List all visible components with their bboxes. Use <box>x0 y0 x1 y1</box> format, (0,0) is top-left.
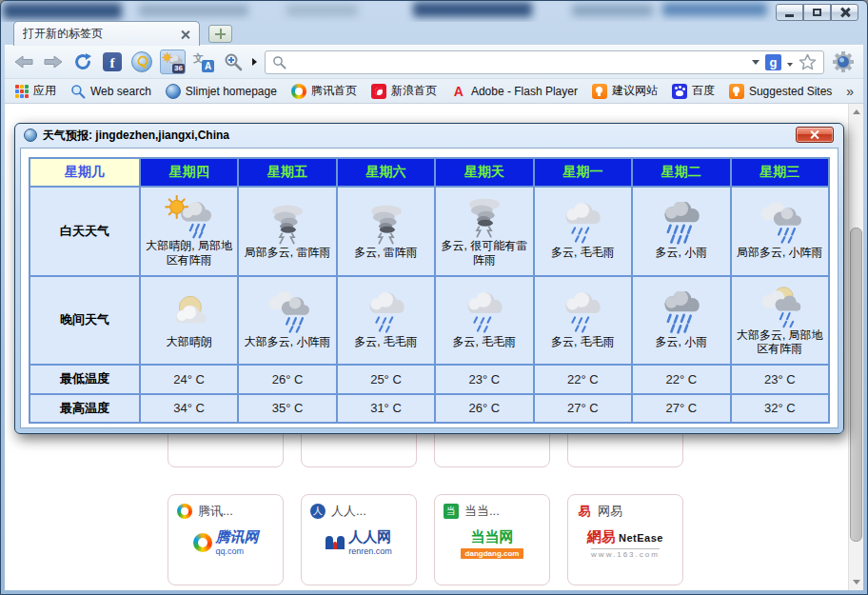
page-scrollbar[interactable] <box>848 104 863 590</box>
weather-icon <box>162 291 217 335</box>
weather-icon <box>654 291 709 335</box>
back-button[interactable] <box>12 50 35 73</box>
day-header: 星期五 <box>238 158 336 187</box>
toolbar-overflow-arrow-icon[interactable] <box>252 58 257 66</box>
bookmark-sina-home[interactable]: 新浪首页 <box>371 83 437 99</box>
weather-icon <box>555 202 610 246</box>
weather-icon <box>359 202 414 246</box>
close-button[interactable] <box>831 4 858 21</box>
min-temp-cell: 25° C <box>337 365 435 393</box>
titlebar-glass-reflection <box>572 5 653 16</box>
weather-icon <box>752 285 807 328</box>
globe-icon <box>166 84 181 99</box>
bookmark-slimjet-homepage[interactable]: Slimjet homepage <box>166 84 277 99</box>
bookmark-baidu[interactable]: 百度 <box>672 83 715 99</box>
row-label: 最高温度 <box>30 394 140 423</box>
weather-cell: 多云, 毛毛雨 <box>337 276 435 365</box>
tile-title: 当当... <box>464 503 500 520</box>
min-temp-row: 最低温度 24° C 26° C 25° C 23° C 22° C 22° C… <box>30 365 829 393</box>
facebook-extension-button[interactable]: f <box>101 50 124 73</box>
day-header: 星期一 <box>534 158 632 187</box>
weather-cell: 多云, 毛毛雨 <box>435 276 533 365</box>
renren-logo-mark <box>326 536 345 549</box>
dialog-content: 星期几 星期四 星期五 星期六 星期天 星期一 星期二 星期三 白天天气 大部晴… <box>20 148 838 428</box>
password-extension-button[interactable] <box>130 50 153 73</box>
window-titlebar[interactable] <box>1 1 867 22</box>
weather-cell: 局部多云, 雷阵雨 <box>238 187 336 275</box>
speed-dial-tile-renren[interactable]: 人 人人... 人人网 renren.com <box>301 494 417 585</box>
weather-cell: 大部晴朗, 局部地区有阵雨 <box>140 187 238 275</box>
google-dropdown-icon[interactable] <box>787 63 793 67</box>
row-label: 最低温度 <box>30 365 140 393</box>
bookmark-suggested-sites-cn[interactable]: 建议网站 <box>592 83 658 99</box>
search-engine-dropdown-icon[interactable] <box>752 60 760 65</box>
weather-cell: 多云, 很可能有雷阵雨 <box>435 187 533 275</box>
google-icon[interactable]: g <box>765 54 781 70</box>
max-temp-row: 最高温度 34° C 35° C 31° C 26° C 27° C 27° C… <box>30 394 829 423</box>
search-icon <box>272 55 286 69</box>
row-label: 白天天气 <box>30 187 140 275</box>
speed-dial-tile-dangdang[interactable]: 当 当当... 当当网 dangdang.com <box>434 494 550 585</box>
bookmark-label: 新浪首页 <box>391 83 437 99</box>
tab-new-tab-page[interactable]: 打开新的标签页 <box>13 21 200 46</box>
tencent-logo: 腾讯网 qq.com <box>168 528 283 556</box>
window-controls <box>776 4 858 21</box>
dialog-close-button[interactable] <box>796 127 834 143</box>
dialog-globe-icon <box>24 129 37 142</box>
bookmark-label: Web search <box>90 85 151 98</box>
speed-dial-tile-tencent[interactable]: 腾讯... 腾讯网 qq.com <box>168 494 284 585</box>
weather-icon <box>457 291 512 335</box>
maximize-icon <box>813 9 821 16</box>
min-temp-cell: 24° C <box>140 365 238 393</box>
weather-extension-button[interactable]: 36 <box>160 50 186 74</box>
bookmark-adobe-flash[interactable]: A Adobe - Flash Player <box>451 84 578 99</box>
address-search-bar[interactable]: g <box>265 50 824 74</box>
browser-window: 打开新的标签页 f 36 文 A <box>0 0 868 595</box>
bookmark-tencent-home[interactable]: 腾讯首页 <box>291 83 357 99</box>
reload-icon <box>73 52 92 71</box>
weather-forecast-dialog: 天气预报: jingdezhen,jiangxi,China 星期几 星期四 星… <box>14 123 844 434</box>
max-temp-cell: 32° C <box>731 394 829 423</box>
minimize-button[interactable] <box>776 4 803 21</box>
forward-button[interactable] <box>42 50 65 73</box>
weather-badge: 36 <box>172 64 185 73</box>
translate-extension-button[interactable]: 文 A <box>192 50 215 73</box>
tencent-icon <box>291 84 306 99</box>
weekday-corner-header: 星期几 <box>30 158 140 187</box>
arrow-down-icon <box>853 580 860 585</box>
tab-close-icon[interactable] <box>181 30 190 39</box>
bookmark-star-icon[interactable] <box>799 53 817 70</box>
day-header: 星期二 <box>632 158 730 187</box>
scrollbar-thumb[interactable] <box>850 228 862 542</box>
bookmark-web-search[interactable]: Web search <box>70 84 151 99</box>
scrollbar-up-button[interactable] <box>849 104 864 120</box>
new-tab-button[interactable] <box>208 25 232 43</box>
row-label: 晚间天气 <box>30 276 140 365</box>
bookmark-label: 建议网站 <box>612 83 658 99</box>
titlebar-glass-reflection <box>3 3 122 19</box>
tile-title: 人人... <box>331 503 366 520</box>
close-icon <box>840 8 850 17</box>
day-header: 星期三 <box>731 158 829 187</box>
facebook-icon: f <box>103 52 122 71</box>
key-icon <box>131 51 152 72</box>
adobe-icon: A <box>451 84 466 99</box>
speed-dial-tile-netease[interactable]: 易 网易 網易 NetEase www.163.com <box>567 494 683 585</box>
zoom-extension-button[interactable] <box>222 50 245 73</box>
dialog-titlebar[interactable]: 天气预报: jingdezhen,jiangxi,China <box>15 124 843 147</box>
bookmark-apps[interactable]: 应用 <box>15 83 56 99</box>
max-temp-cell: 27° C <box>632 394 730 423</box>
maximize-button[interactable] <box>803 4 831 21</box>
settings-menu-button[interactable] <box>831 50 856 74</box>
reload-button[interactable] <box>71 50 94 73</box>
dangdang-favicon: 当 <box>444 504 459 519</box>
weather-icon <box>457 195 512 239</box>
weather-cell: 多云, 毛毛雨 <box>534 187 632 275</box>
zoom-magnifier-icon <box>224 52 243 71</box>
tencent-favicon <box>177 504 192 519</box>
day-header: 星期天 <box>435 158 533 187</box>
bookmarks-overflow-chevron[interactable]: » <box>846 84 854 99</box>
bookmark-suggested-sites[interactable]: Suggested Sites <box>729 84 832 99</box>
weather-cell: 大部多云, 局部地区有阵雨 <box>731 276 829 365</box>
scrollbar-down-button[interactable] <box>849 574 864 590</box>
